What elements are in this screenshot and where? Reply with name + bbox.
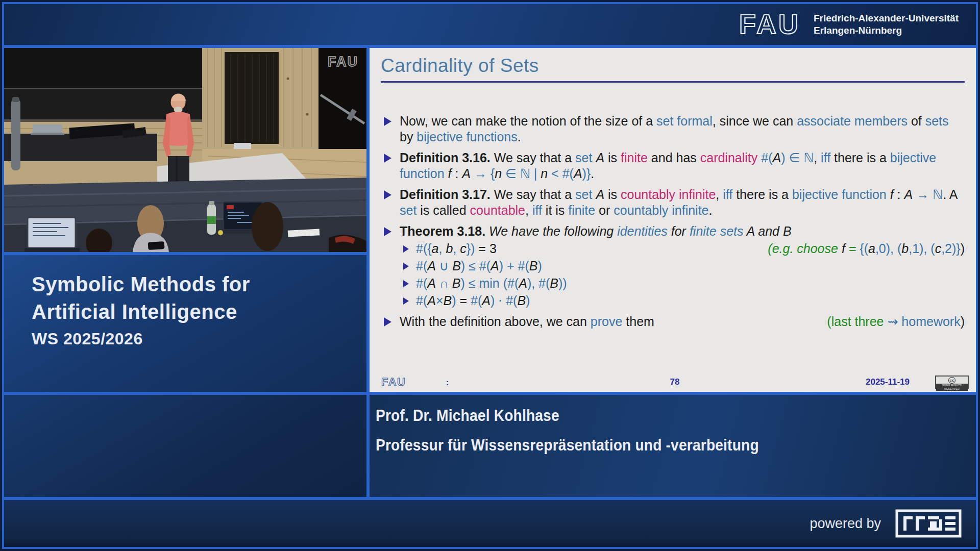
text-run: , since we can xyxy=(713,114,797,128)
text-run: finite xyxy=(621,151,648,165)
text-run: A xyxy=(462,166,471,181)
text-run: a xyxy=(868,241,875,256)
bullet-text: Now, we can make the notion of the size … xyxy=(400,113,965,145)
course-info-panel: Symbolic Methods for Artificial Intellig… xyxy=(4,255,366,392)
slide-bullet: #(A×B) = #(A) ⋅ #(B) xyxy=(381,293,965,309)
video-watermark-fau-logo: FAU xyxy=(328,54,358,70)
bullet-triangle-icon xyxy=(384,227,391,236)
footer-bar: powered by xyxy=(4,500,976,547)
course-title-line2: Artificial Intelligence xyxy=(32,298,366,325)
text-run: A xyxy=(574,166,582,181)
text-run: bijective function xyxy=(792,187,887,202)
bullet-note: (e.g. choose f = {(a,0), (b,1), (c,2)}) xyxy=(762,241,965,257)
lecture-video-frame[interactable]: FAU xyxy=(4,48,366,252)
text-run: #( xyxy=(416,293,427,308)
text-run: }) xyxy=(467,241,479,256)
text-run: them xyxy=(622,314,654,329)
text-run: = xyxy=(845,241,860,256)
text-run: A xyxy=(427,293,436,308)
text-run: ) xyxy=(961,241,965,256)
text-run: , xyxy=(453,241,460,256)
text-run: ) ≤ min (#( xyxy=(460,276,519,290)
text-run: : xyxy=(894,187,904,202)
text-run: identities xyxy=(617,224,668,238)
text-run: A xyxy=(596,151,604,165)
text-run: countably infinite xyxy=(614,203,708,217)
text-run: B xyxy=(444,293,452,308)
text-run: ) xyxy=(452,293,459,308)
text-run: A xyxy=(491,259,499,273)
text-run: B xyxy=(550,276,558,290)
text-run: ) xyxy=(526,293,530,308)
text-run: , xyxy=(814,151,821,165)
bullet-text: #({a, b, c}) = 3 xyxy=(416,241,762,257)
text-run: A xyxy=(744,224,755,238)
text-run: iff xyxy=(821,151,830,165)
text-run: ) xyxy=(961,314,965,329)
text-run: , xyxy=(525,203,532,217)
text-run: . xyxy=(518,130,521,144)
text-run: )) xyxy=(558,276,567,290)
separator-under-video xyxy=(4,252,366,255)
bullet-triangle-icon xyxy=(403,263,409,270)
text-run: bijective functions xyxy=(416,130,517,144)
text-run: A xyxy=(904,187,913,202)
text-run: A xyxy=(772,151,781,165)
rrze-logo-icon xyxy=(895,509,962,538)
bullet-text: Definition 3.17. We say that a set A is … xyxy=(400,187,965,218)
bullet-text: #(A ∪ B) ≤ #(A) + #(B) xyxy=(416,258,965,274)
text-run: there is a xyxy=(732,187,792,202)
presenter-panel: Prof. Dr. Michael Kohlhase Professur für… xyxy=(370,395,976,497)
text-run: A xyxy=(482,293,491,308)
text-run: n xyxy=(541,166,548,181)
course-semester: WS 2025/2026 xyxy=(32,330,366,348)
svg-text:FAU: FAU xyxy=(381,376,406,388)
text-run xyxy=(445,166,448,181)
blackboard xyxy=(4,48,202,122)
text-run: B xyxy=(452,259,461,273)
bullet-text: With the definition above, we can prove … xyxy=(400,314,821,330)
text-run: A xyxy=(427,259,436,273)
bullet-text: #(A×B) = #(A) ⋅ #(B) xyxy=(416,293,965,309)
header-bar: FAU Friedrich-Alexander-Universität Erla… xyxy=(4,4,976,45)
text-run: ∩ xyxy=(436,276,452,290)
presenter-name: Prof. Dr. Michael Kohlhase xyxy=(376,405,904,425)
text-run: A xyxy=(519,276,527,290)
text-run: f xyxy=(890,187,894,202)
powered-by-label: powered by xyxy=(810,516,881,532)
text-run: (e.g. choose xyxy=(768,241,842,256)
slide-bullet: Definition 3.16. We say that a set A is … xyxy=(381,150,965,182)
text-run: A xyxy=(427,276,436,290)
bullet-text: Theorem 3.18. We have the following iden… xyxy=(400,223,965,239)
text-run: sets xyxy=(925,114,949,128)
slide-bullet: Theorem 3.18. We have the following iden… xyxy=(381,223,965,239)
text-run: f xyxy=(842,241,845,256)
text-run: is xyxy=(604,187,621,202)
slide-bullet: #({a, b, c}) = 3(e.g. choose f = {(a,0),… xyxy=(381,241,965,257)
text-run: ∪ xyxy=(436,259,452,273)
cc-circle-icon: cc xyxy=(948,377,955,384)
text-run: #( xyxy=(761,151,772,165)
text-run: #( xyxy=(416,259,427,273)
bullet-triangle-icon xyxy=(384,154,391,163)
text-run: finite xyxy=(568,203,595,217)
text-run: finite sets xyxy=(690,224,744,238)
separator-bottom xyxy=(4,497,976,500)
slide-bullet: With the definition above, we can prove … xyxy=(381,314,965,330)
bullet-triangle-icon xyxy=(403,297,409,305)
slide-bullet: Definition 3.17. We say that a set A is … xyxy=(381,187,965,218)
separator-vertical xyxy=(366,48,370,497)
student-laptop-left xyxy=(24,217,80,252)
text-run: . xyxy=(709,203,713,217)
text-run: set formal xyxy=(656,114,713,128)
text-run: countably infinite xyxy=(621,187,716,202)
text-run: c xyxy=(935,241,942,256)
university-name: Friedrich-Alexander-Universität Erlangen… xyxy=(814,12,959,37)
text-run: of xyxy=(908,114,925,128)
text-run: B xyxy=(517,293,526,308)
course-title-line1: Symbolic Methods for xyxy=(32,270,366,298)
text-run: A xyxy=(596,187,604,202)
text-run: is called xyxy=(416,203,470,217)
bullet-triangle-icon xyxy=(403,280,409,287)
text-run: and has xyxy=(648,151,700,165)
